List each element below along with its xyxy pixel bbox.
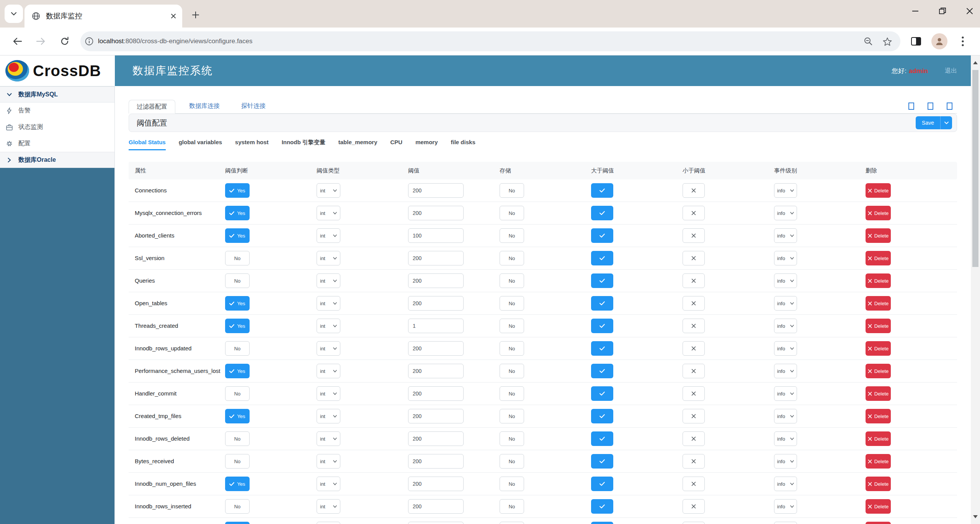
threshold-value-input[interactable] [408,364,464,378]
event-level-select[interactable]: info [774,228,797,243]
event-level-select[interactable]: info [774,183,797,198]
store-toggle[interactable]: No [500,206,524,220]
threshold-judge-toggle[interactable]: No [225,386,250,401]
event-level-select[interactable]: info [774,251,797,265]
greater-than-toggle[interactable] [591,386,613,401]
delete-button[interactable]: Delete [866,206,891,220]
threshold-judge-toggle[interactable]: Yes [225,364,250,378]
threshold-type-select[interactable]: int [317,409,340,423]
sidebar-item-mysql[interactable]: 数据库MySQL [0,86,114,103]
event-level-select[interactable]: info [774,341,797,356]
threshold-type-select[interactable]: int [317,251,340,265]
delete-button[interactable]: Delete [866,296,891,311]
threshold-value-input[interactable] [408,386,464,401]
threshold-type-select[interactable]: int [317,499,340,514]
threshold-judge-toggle[interactable]: No [225,251,250,265]
threshold-value-input[interactable] [408,251,464,265]
greater-than-toggle[interactable] [591,431,613,446]
toolbar-glyph-icon[interactable] [928,103,933,110]
save-dropdown-button[interactable] [941,116,952,129]
scrollbar-thumb[interactable] [972,70,978,267]
threshold-type-select[interactable]: int [317,206,340,220]
reload-button[interactable] [56,33,73,50]
threshold-type-select[interactable]: int [317,183,340,198]
store-toggle[interactable]: No [500,228,524,243]
greater-than-toggle[interactable] [591,273,613,288]
delete-button[interactable]: Delete [866,499,891,514]
less-than-toggle[interactable] [683,228,705,243]
tab-database-connection[interactable]: 数据库连接 [181,99,227,113]
threshold-value-input[interactable] [408,183,464,198]
tab-search-button[interactable] [5,5,23,23]
sidebar-item-oracle[interactable]: 数据库Oracle [0,152,114,168]
less-than-toggle[interactable] [683,296,705,311]
page-scrollbar[interactable] [971,55,980,524]
subtab-global-variables[interactable]: global variables [179,139,222,149]
greater-than-toggle[interactable] [591,364,613,378]
threshold-judge-toggle[interactable]: Yes [225,183,250,198]
toolbar-glyph-icon[interactable] [908,103,914,110]
less-than-toggle[interactable] [683,477,705,491]
delete-button[interactable]: Delete [866,319,891,333]
threshold-value-input[interactable] [408,341,464,356]
subtab-system-host[interactable]: system host [235,139,269,149]
threshold-judge-toggle[interactable]: Yes [225,228,250,243]
threshold-type-select[interactable]: int [317,228,340,243]
greater-than-toggle[interactable] [591,522,613,524]
threshold-type-select[interactable]: int [317,364,340,378]
threshold-judge-toggle[interactable]: No [225,454,250,469]
delete-button[interactable]: Delete [866,522,891,524]
threshold-value-input[interactable] [408,522,464,524]
delete-button[interactable]: Delete [866,364,891,378]
less-than-toggle[interactable] [683,431,705,446]
scroll-up-arrow-icon[interactable] [973,55,978,70]
threshold-type-select[interactable]: int [317,431,340,446]
store-toggle[interactable]: No [500,364,524,378]
event-level-select[interactable]: info [774,386,797,401]
delete-button[interactable]: Delete [866,477,891,491]
threshold-judge-toggle[interactable]: Yes [225,206,250,220]
less-than-toggle[interactable] [683,499,705,514]
profile-avatar[interactable] [931,33,947,49]
store-toggle[interactable]: No [500,319,524,333]
subtab-table-memory[interactable]: table_memory [338,139,377,149]
window-close-button[interactable] [966,8,973,15]
delete-button[interactable]: Delete [866,386,891,401]
store-toggle[interactable]: No [500,499,524,514]
threshold-judge-toggle[interactable]: No [225,431,250,446]
logout-link[interactable]: 退出 [945,67,957,75]
threshold-value-input[interactable] [408,477,464,491]
event-level-select[interactable]: info [774,273,797,288]
sidebar-item-alerts[interactable]: 告警 [0,103,114,119]
store-toggle[interactable]: No [500,477,524,491]
event-level-select[interactable]: info [774,522,797,524]
less-than-toggle[interactable] [683,454,705,469]
save-button[interactable]: Save [916,116,940,129]
threshold-type-select[interactable]: int [317,273,340,288]
url-bar[interactable]: localhost:8080/cross-db-engine/views/con… [80,31,900,51]
threshold-value-input[interactable] [408,499,464,514]
scroll-down-arrow-icon[interactable] [973,509,978,524]
less-than-toggle[interactable] [683,341,705,356]
less-than-toggle[interactable] [683,273,705,288]
event-level-select[interactable]: info [774,454,797,469]
store-toggle[interactable]: No [500,522,524,524]
subtab-global-status[interactable]: Global Status [129,139,166,150]
threshold-judge-toggle[interactable]: Yes [225,409,250,423]
greater-than-toggle[interactable] [591,228,613,243]
delete-button[interactable]: Delete [866,228,891,243]
zoom-out-button[interactable] [864,37,873,46]
delete-button[interactable]: Delete [866,183,891,198]
event-level-select[interactable]: info [774,319,797,333]
threshold-judge-toggle[interactable]: No [225,273,250,288]
threshold-type-select[interactable]: int [317,454,340,469]
store-toggle[interactable]: No [500,386,524,401]
less-than-toggle[interactable] [683,251,705,265]
store-toggle[interactable]: No [500,296,524,311]
delete-button[interactable]: Delete [866,251,891,265]
greater-than-toggle[interactable] [591,499,613,514]
toolbar-glyph-icon[interactable] [947,103,952,110]
store-toggle[interactable]: No [500,273,524,288]
browser-tab[interactable]: 数据库监控 [24,5,182,28]
greater-than-toggle[interactable] [591,454,613,469]
